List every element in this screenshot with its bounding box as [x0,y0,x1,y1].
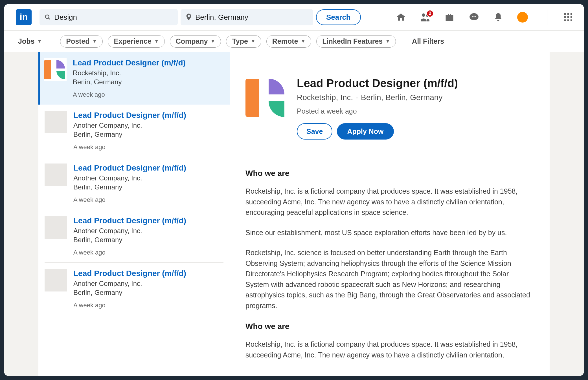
header-divider [547,9,547,25]
linkedin-logo[interactable]: in [16,9,32,25]
chevron-down-icon: ▼ [37,39,42,44]
jobs-dropdown[interactable]: Jobs ▼ [16,37,44,45]
job-detail-panel[interactable]: Lead Product Designer (m/f/d) Rocketship… [230,52,550,376]
job-title: Lead Product Designer (m/f/d) [73,216,223,225]
search-keyword-box[interactable] [40,9,178,25]
job-time: A week ago [73,143,223,151]
job-time: A week ago [73,91,223,98]
save-button[interactable]: Save [297,123,332,140]
job-company: Another Company, Inc. [73,227,223,235]
filter-pill-type[interactable]: Type▼ [226,35,261,48]
jobs-icon[interactable] [444,12,455,22]
job-location: Berlin, Germany [73,131,223,138]
job-card[interactable]: Lead Product Designer (m/f/d)Another Com… [45,263,223,315]
svg-point-2 [422,14,425,17]
chevron-down-icon: ▼ [251,39,255,44]
left-gutter [4,52,38,376]
filter-pill-posted[interactable]: Posted▼ [60,35,103,48]
filter-bar: Jobs ▼ Posted▼Experience▼Company▼Type▼Re… [4,31,584,52]
filter-pill-experience[interactable]: Experience▼ [108,35,164,48]
filter-separator [52,36,52,47]
detail-description: Who we areRocketship, Inc. is a fictiona… [245,151,534,360]
notifications-icon[interactable] [493,12,503,22]
content: Lead Product Designer (m/f/d)Rocketship,… [4,52,584,376]
job-location: Berlin, Germany [73,78,223,86]
job-time: A week ago [73,302,223,309]
search-input[interactable] [54,13,173,22]
chevron-down-icon: ▼ [154,39,159,44]
search-group: Search [40,9,361,25]
svg-point-6 [473,16,475,17]
svg-point-5 [472,16,473,17]
pill-label: Posted [66,37,89,45]
detail-header: Lead Product Designer (m/f/d) Rocketship… [245,77,534,151]
chevron-down-icon: ▼ [301,39,305,44]
svg-point-0 [45,15,49,19]
apps-icon[interactable] [564,13,572,21]
company-logo [45,111,67,133]
pill-label: Company [176,37,208,45]
job-card[interactable]: Lead Product Designer (m/f/d)Another Com… [45,210,223,263]
home-icon[interactable] [396,12,406,22]
chevron-down-icon: ▼ [93,39,97,44]
job-company: Rocketship, Inc. [73,69,223,77]
location-input[interactable] [195,13,308,22]
job-card[interactable]: Lead Product Designer (m/f/d)Another Com… [45,105,223,157]
detail-company: Rocketship, Inc. [297,93,353,102]
jobs-label: Jobs [18,37,34,45]
pill-label: Experience [114,37,151,45]
section-heading: Who we are [245,167,534,179]
company-logo [45,164,67,186]
detail-job-title: Lead Product Designer (m/f/d) [297,77,458,90]
section-heading: Who we are [245,321,534,332]
svg-line-1 [49,18,50,19]
company-logo [45,269,67,291]
filter-pill-remote[interactable]: Remote▼ [266,35,311,48]
svg-point-7 [475,16,476,17]
avatar[interactable] [517,12,528,23]
filter-separator [404,36,404,47]
job-company: Another Company, Inc. [73,174,223,182]
job-list-panel[interactable]: Lead Product Designer (m/f/d)Rocketship,… [38,52,230,376]
network-badge: 2 [426,10,434,17]
detail-location: Berlin, Berlin, Germany [361,93,442,102]
filter-pill-linkedin-features[interactable]: LinkedIn Features▼ [316,35,396,48]
search-location-box[interactable] [181,9,313,25]
job-card[interactable]: Lead Product Designer (m/f/d)Another Com… [45,157,223,210]
section-paragraph: Rocketship, Inc. is a fictional company … [245,186,534,218]
job-time: A week ago [73,249,223,256]
job-title: Lead Product Designer (m/f/d) [73,58,223,67]
filter-pill-company[interactable]: Company▼ [170,35,221,48]
job-title: Lead Product Designer (m/f/d) [73,269,223,278]
detail-actions: Save Apply Now [297,123,458,140]
pill-label: Remote [272,37,298,45]
pill-label: Type [232,37,248,45]
right-gutter [550,52,584,376]
company-logo [44,58,67,81]
pill-label: LinkedIn Features [322,37,383,45]
detail-posted: Posted a week ago [297,107,458,115]
network-icon[interactable]: 2 [420,12,430,22]
detail-subtitle: Rocketship, Inc.·Berlin, Berlin, Germany [297,93,458,102]
location-icon [186,14,192,21]
top-header: in Search 2 [4,4,584,31]
company-logo [45,216,67,239]
job-title: Lead Product Designer (m/f/d) [73,164,223,173]
search-button[interactable]: Search [316,9,361,25]
job-location: Berlin, Germany [73,289,223,297]
section-paragraph: Rocketship, Inc. science is focused on b… [245,248,534,311]
messaging-icon[interactable] [469,12,479,23]
job-time: A week ago [73,196,223,204]
apply-button[interactable]: Apply Now [337,123,394,140]
search-icon [45,14,51,20]
job-card[interactable]: Lead Product Designer (m/f/d)Rocketship,… [38,52,230,105]
job-title: Lead Product Designer (m/f/d) [73,111,223,120]
chevron-down-icon: ▼ [211,39,215,44]
detail-company-logo [245,77,287,119]
job-location: Berlin, Germany [73,183,223,191]
chevron-down-icon: ▼ [385,39,390,44]
section-paragraph: Since our establishment, most US space e… [245,227,534,238]
all-filters-button[interactable]: All Filters [412,37,444,45]
section-paragraph: Rocketship, Inc. is a fictional company … [245,339,534,360]
job-location: Berlin, Germany [73,236,223,244]
